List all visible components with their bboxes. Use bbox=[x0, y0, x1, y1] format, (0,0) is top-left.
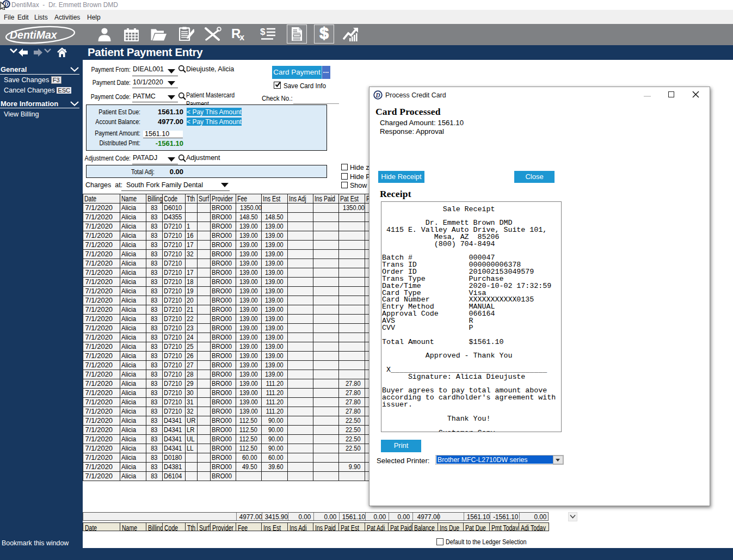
svg-text:D: D bbox=[375, 92, 380, 99]
svg-text:DentiMax: DentiMax bbox=[10, 29, 58, 41]
svg-text:$: $ bbox=[260, 27, 266, 37]
